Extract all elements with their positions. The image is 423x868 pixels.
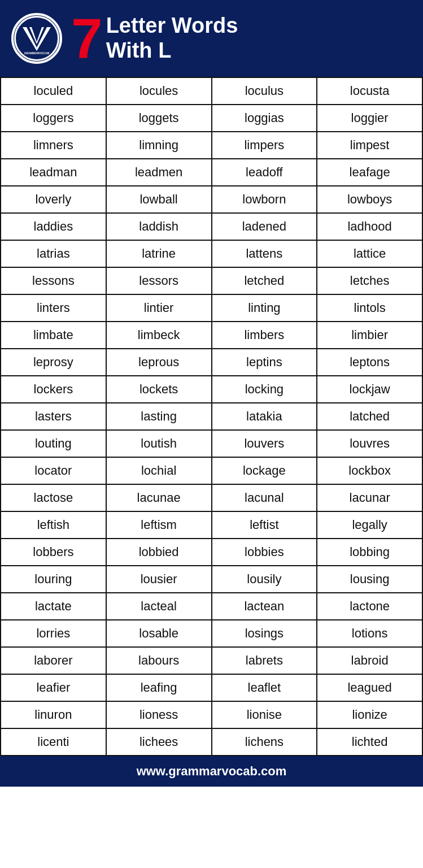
word-cell: linters (1, 294, 106, 322)
word-cell: limbier (317, 322, 422, 349)
word-cell: letches (317, 267, 422, 294)
word-cell: lockers (1, 376, 106, 403)
table-row: leftishleftismleftistlegally (1, 511, 422, 539)
word-cell: latched (317, 403, 422, 430)
word-cell: limners (1, 132, 106, 159)
word-cell: loculus (212, 77, 317, 105)
word-cell: lessons (1, 267, 106, 294)
table-row: locatorlochiallockagelockbox (1, 457, 422, 484)
word-cell: loggers (1, 105, 106, 132)
table-row: lessonslessorsletchedletches (1, 267, 422, 294)
word-cell: lionise (212, 701, 317, 728)
word-cell: lichees (106, 728, 212, 756)
word-cell: lotions (317, 620, 422, 647)
word-cell: loggets (106, 105, 212, 132)
word-cell: lactate (1, 593, 106, 620)
table-row: latriaslatrinelattenslattice (1, 240, 422, 267)
word-cell: leafage (317, 159, 422, 186)
word-cell: leagued (317, 674, 422, 701)
word-cell: lochial (106, 457, 212, 484)
word-cell: locator (1, 457, 106, 484)
table-row: limbatelimbecklimberslimbier (1, 322, 422, 349)
word-cell: limbate (1, 322, 106, 349)
word-cell: lacunal (212, 484, 317, 511)
table-row: lobberslobbiedlobbieslobbing (1, 539, 422, 566)
word-cell: lobbing (317, 539, 422, 566)
word-cell: lobbies (212, 539, 317, 566)
svg-text:GRAMMARVOCAB: GRAMMARVOCAB (24, 51, 50, 55)
word-cell: leftish (1, 511, 106, 539)
word-cell: locking (212, 376, 317, 403)
word-cell: labours (106, 647, 212, 674)
word-cell: laddish (106, 213, 212, 240)
word-cell: lowboys (317, 186, 422, 213)
table-row: leadmanleadmenleadoffleafage (1, 159, 422, 186)
table-row: laborerlabourslabretslabroid (1, 647, 422, 674)
word-cell: lionize (317, 701, 422, 728)
word-cell: losings (212, 620, 317, 647)
table-row: laddiesladdishladenedladhood (1, 213, 422, 240)
word-cell: louting (1, 430, 106, 457)
word-cell: labrets (212, 647, 317, 674)
word-cell: lockjaw (317, 376, 422, 403)
title-line1: Letter Words (106, 14, 238, 38)
table-row: loculedloculesloculuslocusta (1, 77, 422, 105)
word-cell: lacunar (317, 484, 422, 511)
word-cell: limbers (212, 322, 317, 349)
word-cell: leftism (106, 511, 212, 539)
word-cell: lioness (106, 701, 212, 728)
word-cell: lorries (1, 620, 106, 647)
word-cell: locules (106, 77, 212, 105)
word-cell: lacunae (106, 484, 212, 511)
table-row: leafierleafingleafletleagued (1, 674, 422, 701)
word-cell: leadoff (212, 159, 317, 186)
word-cell: loutish (106, 430, 212, 457)
word-cell: lockets (106, 376, 212, 403)
word-cell: leftist (212, 511, 317, 539)
word-cell: ladened (212, 213, 317, 240)
word-cell: limpers (212, 132, 317, 159)
word-cell: louring (1, 566, 106, 593)
table-row: loggersloggetsloggiasloggier (1, 105, 422, 132)
word-cell: lichted (317, 728, 422, 756)
word-cell: loculed (1, 77, 106, 105)
word-cell: lockage (212, 457, 317, 484)
word-cell: limning (106, 132, 212, 159)
big-seven: 7 (71, 10, 103, 67)
table-row: lactatelacteallacteanlactone (1, 593, 422, 620)
word-cell: lasting (106, 403, 212, 430)
word-cell: lockbox (317, 457, 422, 484)
word-cell: limbeck (106, 322, 212, 349)
table-row: linterslintierlintinglintols (1, 294, 422, 322)
word-cell: leprous (106, 349, 212, 376)
word-cell: louvers (212, 430, 317, 457)
word-cell: leptons (317, 349, 422, 376)
table-row: lasterslastinglatakialatched (1, 403, 422, 430)
title-line2: With L (106, 38, 238, 63)
word-cell: leaflet (212, 674, 317, 701)
word-cell: lactose (1, 484, 106, 511)
word-cell: locusta (317, 77, 422, 105)
table-row: loutingloutishlouverslouvres (1, 430, 422, 457)
word-cell: lousily (212, 566, 317, 593)
table-row: linuronlionesslioniselionize (1, 701, 422, 728)
word-cell: leptins (212, 349, 317, 376)
word-cell: lintols (317, 294, 422, 322)
word-cell: loggias (212, 105, 317, 132)
header-text: 7 Letter Words With L (71, 10, 238, 67)
table-row: louringlousierlousilylousing (1, 566, 422, 593)
word-cell: lobbers (1, 539, 106, 566)
word-cell: lousier (106, 566, 212, 593)
word-cell: latakia (212, 403, 317, 430)
word-cell: licenti (1, 728, 106, 756)
word-cell: lasters (1, 403, 106, 430)
footer: www.grammarvocab.com (0, 756, 423, 787)
word-cell: leafier (1, 674, 106, 701)
word-cell: leadman (1, 159, 106, 186)
word-cell: latrine (106, 240, 212, 267)
table-row: leprosyleprousleptinsleptons (1, 349, 422, 376)
word-cell: latrias (1, 240, 106, 267)
word-cell: lattens (212, 240, 317, 267)
table-row: lactoselacunaelacunallacunar (1, 484, 422, 511)
word-cell: leprosy (1, 349, 106, 376)
